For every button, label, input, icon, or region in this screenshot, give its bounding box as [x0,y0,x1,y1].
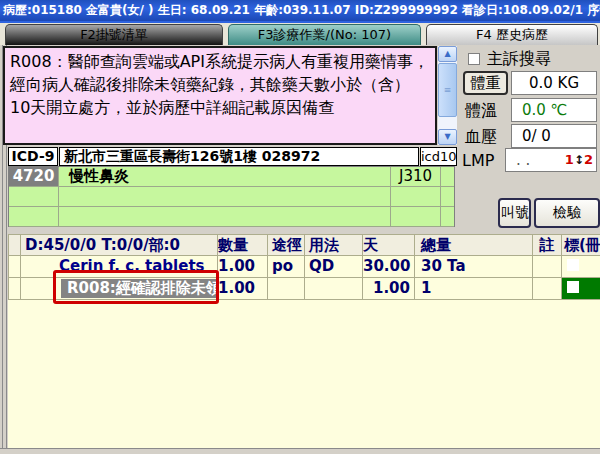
rx-header-qty: 數量 [218,234,268,256]
patient-info-title: 病歷:015180 金富貴(女/ ) 生日: 68.09.21 年齡:039.1… [3,3,600,17]
temperature-label: 體溫 [465,101,497,122]
diagnosis-row[interactable]: 4720 慢性鼻炎 J310 [9,167,454,187]
chief-complaint-checkbox[interactable] [468,53,480,65]
empty-cell [59,207,391,227]
rx-header-mark: 標(冊 [562,234,600,256]
rx-r008-name-cell[interactable]: R008:經確認排除未領 [21,278,218,300]
vitals-panel: 主訴搜尋 體重 0.0 KG 體溫 0.0 ℃ 血壓 0/ 0 LMP . . … [457,45,600,234]
diagnosis-icd10-cell[interactable]: J310 [391,167,441,187]
rx-header-route: 途徑 [268,234,305,256]
notice-scrollbar[interactable]: ▲ ≡ ▼ [438,46,457,145]
tab-clinic-operations[interactable]: F3診療作業/(No: 107) [228,24,421,45]
weight-button[interactable]: 體重 [463,71,508,95]
tab-history-records[interactable]: F4 歷史病歷 [426,24,598,45]
lmp-pager-right: 2 [584,152,593,167]
rx-total-cell[interactable]: 30 Ta [415,256,533,278]
empty-cell [59,187,391,207]
window-title-bar: 病歷:015180 金富貴(女/ ) 生日: 68.09.21 年齡:039.1… [0,0,600,21]
r008-selected-label[interactable]: R008:經確認排除未領 [61,279,218,298]
scrollbar-thumb[interactable]: ≡ [438,63,457,117]
rx-days-cell[interactable]: 30.00 [363,256,415,278]
empty-cell [9,207,59,227]
lmp-label: LMP [462,151,494,170]
diagnosis-code-cell[interactable]: 4720 [9,167,59,187]
icd10-button[interactable]: icd10 [420,147,457,166]
rx-qty-cell[interactable]: 1.00 [218,256,268,278]
temperature-field[interactable]: 0.0 ℃ [511,98,597,122]
tab-registration-list[interactable]: F2掛號清單 [5,24,223,45]
rx-gutter-cell [8,278,21,300]
chief-complaint-label: 主訴搜尋 [487,49,551,70]
empty-cell [391,207,441,227]
rx-row-drug[interactable]: Cerin f. c. tablets 1.00 po QD 30.00 30 … [8,256,600,278]
lmp-field[interactable]: . . 1↕2 [505,148,597,172]
diagnosis-empty-row[interactable] [9,207,454,227]
rx-header-gutter [8,234,21,256]
blood-pressure-label: 血壓 [465,127,497,148]
empty-cell [441,207,454,227]
rx-usage-cell[interactable]: QD [305,256,363,278]
rx-route-cell[interactable]: po [268,256,305,278]
rx-total-cell[interactable]: 1 [415,278,533,300]
weight-field[interactable]: 0.0 KG [511,71,597,95]
empty-cell [9,187,59,207]
scroll-up-icon[interactable]: ▲ [438,46,457,62]
diagnosis-empty-row[interactable] [9,187,454,207]
rx-mark-cell-checked[interactable] [562,278,600,300]
mark-checkbox[interactable] [567,281,579,293]
rx-header-usage: 用法 [305,234,363,256]
rx-gutter-cell [8,256,21,278]
call-number-button[interactable]: 叫號 [498,198,531,228]
text-caret-icon: ↕ [574,153,584,167]
rx-usage-cell[interactable] [305,278,363,300]
lmp-pager[interactable]: 1↕2 [565,149,593,171]
lmp-value: . . [516,151,530,169]
r008-notice-box: R008：醫師查詢雲端或API系統提示病人有重複用藥情事，經向病人確認後排除未領… [3,46,437,145]
rx-note-cell[interactable] [533,256,562,278]
rx-header-row: D:45/0/0 T:0/0/部:0 數量 途徑 用法 天 總量 註 標(冊 [8,234,600,256]
empty-cell [391,187,441,207]
rx-header-days: 天 [363,234,415,256]
diagnosis-table: 4720 慢性鼻炎 J310 [8,166,455,227]
address-field[interactable]: 新北市三重區長壽街126號1樓 028972 [59,147,419,166]
window-bottom-border [0,448,600,454]
scroll-down-icon[interactable]: ▼ [438,129,457,145]
diagnosis-extra-cell [441,167,454,187]
lmp-pager-left: 1 [565,152,574,167]
mark-checkbox[interactable] [567,259,579,271]
rx-mark-cell[interactable] [562,256,600,278]
rx-row-r008[interactable]: R008:經確認排除未領 1.00 1.00 1 [8,278,600,300]
rx-header-note: 註 [533,234,562,256]
rx-header-total: 總量 [415,234,533,256]
blood-pressure-field[interactable]: 0/ 0 [511,124,597,148]
rx-qty-cell[interactable]: 1.00 [218,278,268,300]
rx-route-cell[interactable] [268,278,305,300]
rx-drug-name-link[interactable]: Cerin f. c. tablets [21,256,218,278]
rx-note-cell[interactable] [533,278,562,300]
empty-cell [441,187,454,207]
diagnosis-name-cell[interactable]: 慢性鼻炎 [59,167,391,187]
tab-strip: F2掛號清單 F3診療作業/(No: 107) F4 歷史病歷 [0,21,600,45]
rx-days-cell[interactable]: 1.00 [363,278,415,300]
icd9-button[interactable]: ICD-9 [8,147,58,166]
lab-test-button[interactable]: 檢驗 [534,198,600,228]
rx-header-name: D:45/0/0 T:0/0/部:0 [21,234,218,256]
